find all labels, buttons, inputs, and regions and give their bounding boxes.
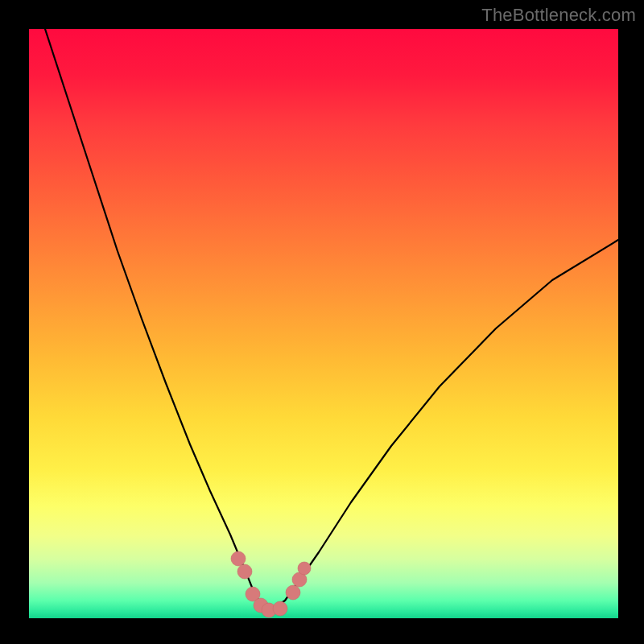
- trough-marker: [254, 598, 268, 613]
- chart-frame: TheBottleneck.com: [0, 0, 644, 644]
- bottleneck-curve: [45, 29, 618, 610]
- trough-marker: [237, 564, 252, 579]
- trough-marker: [286, 585, 300, 600]
- trough-marker: [262, 603, 276, 617]
- trough-markers-group: [231, 551, 311, 617]
- watermark-text: TheBottleneck.com: [481, 5, 636, 26]
- trough-marker: [246, 587, 260, 601]
- plot-area: [29, 29, 618, 618]
- chart-svg: [29, 29, 618, 618]
- trough-marker: [273, 601, 287, 616]
- trough-marker: [292, 572, 307, 587]
- trough-marker: [231, 551, 246, 566]
- trough-marker: [298, 562, 311, 575]
